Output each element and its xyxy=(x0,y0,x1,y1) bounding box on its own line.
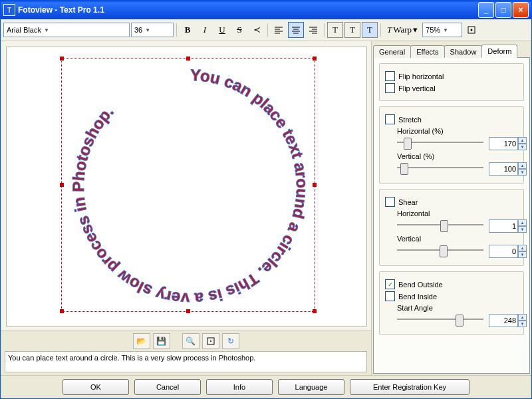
handle-ml[interactable] xyxy=(60,183,64,187)
toggle-button[interactable]: ≺ xyxy=(249,22,265,38)
spin-down-icon[interactable]: ▼ xyxy=(518,169,527,176)
options-button[interactable] xyxy=(464,22,479,38)
font-size-value: 36 xyxy=(134,26,142,34)
register-button[interactable]: Enter Registration Key xyxy=(350,379,469,395)
handle-br[interactable] xyxy=(313,309,317,313)
ok-button[interactable]: OK xyxy=(63,379,129,395)
start-angle-slider[interactable] xyxy=(397,313,483,325)
align-center-button[interactable] xyxy=(288,22,304,38)
titlebar[interactable]: T Fotoview - Text Pro 1.1 _ □ × xyxy=(1,1,531,19)
strike-button[interactable]: S xyxy=(231,22,247,38)
shear-v-spin[interactable]: 0▲▼ xyxy=(489,245,518,258)
text-input[interactable]: You can place text around a circle. This… xyxy=(5,351,367,372)
text-input-value: You can place text around a circle. This… xyxy=(8,354,255,362)
chevron-down-icon: ▼ xyxy=(44,27,49,33)
footer: OK Cancel Info Language Enter Registrati… xyxy=(1,375,531,398)
bend-inside-checkbox[interactable] xyxy=(385,291,395,301)
start-angle-spin[interactable]: 248▲▼ xyxy=(489,314,518,327)
textbox-mode-1[interactable]: T xyxy=(327,22,343,38)
align-right-button[interactable] xyxy=(305,22,321,38)
stretch-v-spin[interactable]: 100▲▼ xyxy=(489,162,518,176)
tab-deform[interactable]: Deform xyxy=(481,45,517,58)
tab-effects[interactable]: Effects xyxy=(410,45,444,58)
textbox-mode-2[interactable]: T xyxy=(344,22,360,38)
handle-tl[interactable] xyxy=(60,57,64,61)
spin-up-icon[interactable]: ▲ xyxy=(518,162,527,169)
cancel-button[interactable]: Cancel xyxy=(134,379,201,395)
maximize-button[interactable]: □ xyxy=(495,2,511,18)
handle-bl[interactable] xyxy=(60,309,64,313)
font-size-combo[interactable]: 36 ▼ xyxy=(131,23,174,37)
preview-canvas[interactable]: You can place text around a circle. This… xyxy=(6,47,367,327)
shear-h-spin[interactable]: 1▲▼ xyxy=(489,219,518,233)
info-button[interactable]: Info xyxy=(206,379,273,395)
shear-v-slider[interactable] xyxy=(397,244,483,256)
refresh-icon: ↻ xyxy=(227,336,234,346)
chevron-down-icon: ▼ xyxy=(443,27,448,33)
italic-button[interactable]: I xyxy=(197,22,213,38)
folder-open-icon: 📂 xyxy=(136,336,146,346)
bend-inside-label: Bend Inside xyxy=(398,293,437,301)
spin-down-icon[interactable]: ▼ xyxy=(518,251,527,258)
shear-h-label: Horizontal xyxy=(397,209,518,217)
handle-bm[interactable] xyxy=(186,309,190,313)
spin-up-icon[interactable]: ▲ xyxy=(518,219,527,226)
tab-shadow[interactable]: Shadow xyxy=(444,45,483,58)
chevron-down-icon: ▼ xyxy=(145,27,150,33)
tab-strip: General Effects Shadow Deform xyxy=(372,41,531,57)
stretch-v-slider[interactable] xyxy=(397,162,483,174)
handle-mr[interactable] xyxy=(313,183,317,187)
app-window: T Fotoview - Text Pro 1.1 _ □ × Arial Bl… xyxy=(0,0,532,399)
stretch-h-slider[interactable] xyxy=(397,136,483,148)
start-angle-label: Start Angle xyxy=(397,304,518,312)
spin-up-icon[interactable]: ▲ xyxy=(518,245,527,251)
spin-up-icon[interactable]: ▲ xyxy=(518,137,527,144)
warp-menu[interactable]: T Warp ▾ xyxy=(384,22,421,38)
close-button[interactable]: × xyxy=(513,2,529,18)
stretch-label: Stretch xyxy=(398,116,422,124)
toolbar: Arial Black ▼ 36 ▼ B I U S ≺ T T T T War… xyxy=(1,19,531,41)
save-icon: 💾 xyxy=(156,336,166,346)
zoom-value: 75% xyxy=(426,26,440,34)
minimize-button[interactable]: _ xyxy=(478,2,494,18)
magnifier-icon: 🔍 xyxy=(186,336,196,346)
stretch-v-label: Vertical (%) xyxy=(397,152,518,160)
language-button[interactable]: Language xyxy=(278,379,344,395)
handle-tr[interactable] xyxy=(313,57,317,61)
app-icon: T xyxy=(3,4,15,16)
stretch-checkbox[interactable] xyxy=(385,114,395,124)
align-left-button[interactable] xyxy=(271,22,287,38)
font-family-combo[interactable]: Arial Black ▼ xyxy=(3,23,130,37)
tab-general[interactable]: General xyxy=(373,45,411,58)
spin-down-icon[interactable]: ▼ xyxy=(518,321,527,327)
spin-up-icon[interactable]: ▲ xyxy=(518,314,527,321)
open-button[interactable]: 📂 xyxy=(133,333,150,349)
svg-point-13 xyxy=(471,29,473,31)
stretch-h-label: Horizontal (%) xyxy=(397,127,518,135)
selection-box[interactable] xyxy=(61,58,315,312)
refresh-button[interactable]: ↻ xyxy=(222,333,239,349)
shear-v-label: Vertical xyxy=(397,235,518,243)
canvas-toolbar: 📂 💾 🔍 ↻ xyxy=(1,331,371,351)
bend-outside-checkbox[interactable]: ✓ xyxy=(385,279,395,289)
zoom-combo[interactable]: 75% ▼ xyxy=(422,23,462,37)
right-panel: General Effects Shadow Deform Flip horiz… xyxy=(371,41,531,375)
font-family-value: Arial Black xyxy=(7,26,41,34)
shear-checkbox[interactable] xyxy=(385,197,395,207)
spin-down-icon[interactable]: ▼ xyxy=(518,226,527,233)
zoom-tool-button[interactable]: 🔍 xyxy=(182,333,200,349)
save-button[interactable]: 💾 xyxy=(153,333,170,349)
textbox-mode-3[interactable]: T xyxy=(362,22,378,38)
fit-button[interactable] xyxy=(202,333,219,349)
underline-button[interactable]: U xyxy=(214,22,230,38)
flip-vertical-checkbox[interactable] xyxy=(385,83,395,93)
window-title: Fotoview - Text Pro 1.1 xyxy=(18,5,104,15)
warp-label: Warp xyxy=(393,25,412,35)
shear-h-slider[interactable] xyxy=(397,219,483,231)
handle-tm[interactable] xyxy=(186,57,190,61)
flip-horizontal-label: Flip horizontal xyxy=(398,72,444,80)
spin-down-icon[interactable]: ▼ xyxy=(518,144,527,150)
flip-horizontal-checkbox[interactable] xyxy=(385,71,395,81)
bold-button[interactable]: B xyxy=(180,22,196,38)
stretch-h-spin[interactable]: 170▲▼ xyxy=(489,137,518,150)
